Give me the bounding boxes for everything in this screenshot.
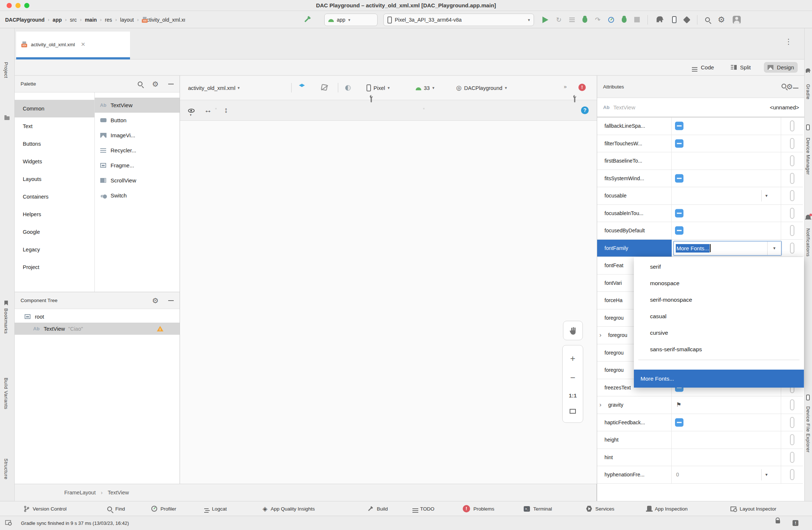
palette-item-switch[interactable]: Switch	[95, 188, 180, 203]
palette-category-helpers[interactable]: Helpers	[15, 206, 94, 223]
zoom-to-fit-button[interactable]	[570, 409, 576, 414]
palette-item-recyclerview[interactable]: Recycler...	[95, 143, 180, 158]
font-option-serif-monospace[interactable]: serif-monospace	[634, 291, 804, 308]
tree-node-root[interactable]: root	[15, 311, 180, 323]
palette-category-containers[interactable]: Containers	[15, 188, 94, 206]
tristate-checkbox[interactable]	[675, 418, 683, 426]
editor-options-dots-icon[interactable]: ⋮	[785, 37, 793, 46]
folder-icon[interactable]	[4, 116, 10, 120]
theme-select[interactable]: ◎DACPlayground▾	[456, 76, 507, 100]
breadcrumb-res[interactable]: res	[105, 17, 112, 23]
close-window-button[interactable]	[7, 3, 12, 8]
gear-icon[interactable]: ⚙	[152, 297, 159, 304]
search-icon[interactable]	[138, 81, 142, 86]
search-icon[interactable]	[782, 84, 786, 90]
attr-row-focusableInTouchMode[interactable]: focusableInTou...	[597, 205, 803, 222]
toolwindow-version-control[interactable]: Version Control	[24, 501, 66, 516]
sidebar-item-structure[interactable]: Structure	[3, 458, 9, 479]
toolwindow-layout-inspector[interactable]: Layout Inspector	[730, 501, 776, 516]
font-option-monospace[interactable]: monospace	[634, 275, 804, 291]
toolwindow-build[interactable]: Build	[367, 501, 388, 516]
palette-category-legacy[interactable]: Legacy	[15, 241, 94, 258]
tristate-checkbox[interactable]	[675, 139, 683, 148]
breadcrumb-layout[interactable]: layout	[120, 17, 134, 23]
expander-icon[interactable]: ›	[599, 401, 602, 409]
attr-row-fitsSystemWindows[interactable]: fitsSystemWind...	[597, 170, 803, 188]
toolwindow-profiler[interactable]: Profiler	[151, 501, 176, 516]
gear-icon[interactable]: ⚙	[152, 80, 159, 88]
view-options-eye-icon[interactable]: ▾	[188, 108, 195, 114]
value-pill-indicator[interactable]	[790, 225, 794, 236]
palette-item-scrollview[interactable]: ScrollView	[95, 173, 180, 188]
more-fonts-option[interactable]: More Fonts...	[634, 370, 804, 388]
chevron-down-icon[interactable]: ▾	[767, 242, 781, 255]
tristate-checkbox[interactable]	[675, 209, 683, 217]
toolwindow-problems[interactable]: !Problems	[463, 501, 494, 516]
profiler-icon[interactable]	[608, 17, 614, 23]
flag-icon[interactable]: ⚑	[676, 402, 681, 408]
sidebar-item-device-file-explorer[interactable]: Device File Explorer	[805, 406, 811, 453]
build-hammer-icon[interactable]	[303, 15, 311, 25]
run-button[interactable]	[542, 17, 548, 23]
mode-split-button[interactable]: Split	[727, 62, 754, 73]
toolwindow-app-inspection[interactable]: App Inspection	[647, 501, 688, 516]
attr-row-firstBaselineToTopHeight[interactable]: firstBaselineTo...	[597, 152, 803, 170]
settings-gear-icon[interactable]: ⚙	[718, 16, 725, 24]
rerun-icon[interactable]: ↻	[556, 17, 562, 23]
mode-design-button[interactable]: Design	[764, 62, 798, 73]
palette-category-text[interactable]: Text	[15, 117, 94, 135]
value-pill-indicator[interactable]	[790, 399, 794, 410]
breadcrumb-project[interactable]: DACPlayground	[5, 17, 44, 23]
value-pill-indicator[interactable]	[790, 434, 794, 445]
toolwindow-logcat[interactable]: Logcat	[204, 501, 227, 516]
breadcrumb-app[interactable]: app	[53, 17, 62, 23]
zoom-out-button[interactable]: −	[570, 373, 575, 382]
pan-tool-button[interactable]	[563, 321, 583, 340]
zoom-100-button[interactable]: 1:1	[569, 392, 577, 399]
layout-icon[interactable]	[5, 520, 11, 526]
sidebar-item-build-variants[interactable]: Build Variants	[3, 378, 9, 409]
font-option-serif[interactable]: serif	[634, 258, 804, 275]
design-file-select[interactable]: activity_old_xml.xml▾	[188, 76, 239, 100]
palette-category-buttons[interactable]: Buttons	[15, 135, 94, 153]
font-family-combobox[interactable]: More Fonts... ▾	[673, 241, 782, 256]
attr-row-hyphenationFrequency[interactable]: hyphenationFre...0▾	[597, 466, 803, 484]
device-manager-icon[interactable]	[672, 16, 676, 23]
minimize-panel-icon[interactable]	[793, 84, 798, 90]
tree-node-textview[interactable]: Ab TextView "Ciao"	[15, 323, 180, 335]
breadcrumb-main[interactable]: main	[85, 17, 97, 23]
zoom-in-button[interactable]: +	[570, 354, 575, 363]
device-file-explorer-icon[interactable]	[806, 395, 810, 400]
orientation-icon[interactable]	[321, 84, 327, 92]
profile-avatar[interactable]	[733, 16, 741, 24]
apply-code-changes-icon[interactable]: ↷	[595, 17, 600, 23]
sidebar-item-notifications[interactable]: Notifications	[805, 228, 811, 257]
font-option-sans-serif-smallcaps[interactable]: sans-serif-smallcaps	[634, 341, 804, 357]
run-configuration-select[interactable]: app▾	[324, 14, 378, 26]
palette-item-fragment[interactable]: Fragme...	[95, 158, 180, 173]
value-pill-indicator[interactable]	[790, 469, 794, 480]
expander-icon[interactable]: ›	[599, 331, 602, 339]
device-select[interactable]: Pixel_3a_API_33_arm64-v8a▾	[383, 14, 534, 26]
attr-row-fontFamily[interactable]: fontFamily More Fonts... ▾	[597, 240, 803, 257]
value-pill-indicator[interactable]	[790, 190, 794, 201]
sidebar-item-bookmarks[interactable]: Bookmarks	[3, 301, 9, 334]
breadcrumb-src[interactable]: src	[70, 17, 77, 23]
breadcrumb-file[interactable]: activity_old_xml.xml	[142, 17, 185, 23]
search-everywhere-icon[interactable]	[705, 17, 710, 22]
event-log-icon[interactable]: !	[793, 520, 798, 526]
font-option-casual[interactable]: casual	[634, 308, 804, 324]
error-badge-icon[interactable]: !	[578, 84, 586, 91]
toolwindow-services[interactable]: Services	[586, 501, 614, 516]
design-blueprint-select-icon[interactable]	[299, 84, 305, 91]
unlocked-icon[interactable]	[776, 518, 780, 524]
sidebar-item-project[interactable]: Project	[3, 62, 9, 78]
attr-row-hint[interactable]: hint	[597, 449, 803, 467]
tristate-checkbox[interactable]	[675, 122, 683, 130]
breadcrumb-framelayout[interactable]: FrameLayout	[64, 490, 95, 495]
palette-category-layouts[interactable]: Layouts	[15, 170, 94, 188]
minimize-panel-icon[interactable]	[168, 300, 174, 301]
value-pill-indicator[interactable]	[790, 452, 794, 463]
avd-manager-icon[interactable]	[683, 16, 690, 23]
value-pill-indicator[interactable]	[790, 243, 794, 254]
